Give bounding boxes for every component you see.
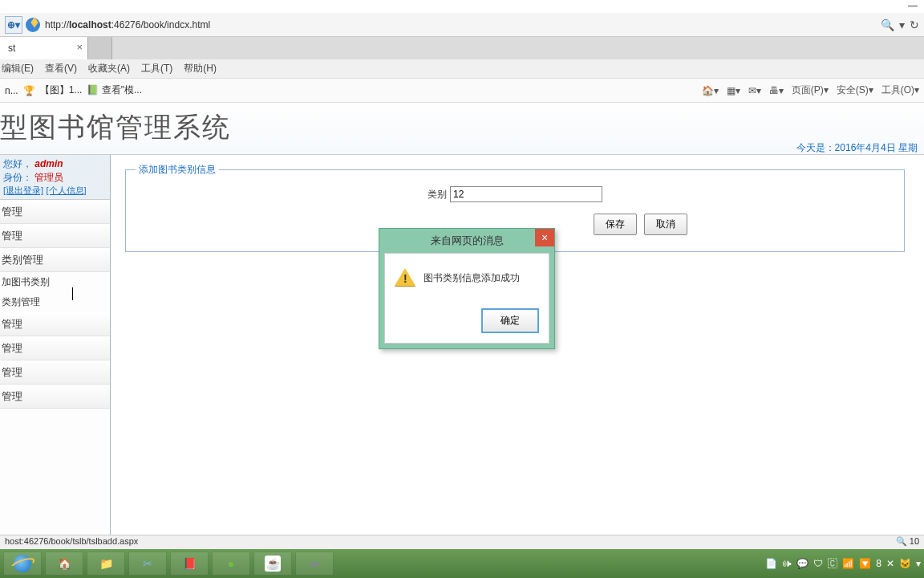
sidebar-item-2[interactable]: 管理 (0, 224, 110, 248)
greeting-label: 您好， (3, 158, 32, 169)
browser-tab[interactable]: st × (0, 37, 88, 59)
tools-menu[interactable]: 工具(O)▾ (881, 83, 919, 97)
menu-edit[interactable]: 编辑(E) (2, 62, 34, 75)
search-icon[interactable]: 🔍 (881, 18, 894, 31)
toolbar-item-4[interactable]: 📗 查看"模... (87, 83, 142, 97)
toolbar-item-1[interactable]: n... (5, 85, 18, 96)
tray-expand-icon[interactable]: ▾ (916, 558, 921, 569)
tray-icon-10[interactable]: 🐱 (899, 558, 911, 569)
status-url: host:46276/book/tslb/tslbadd.aspx (5, 536, 138, 548)
taskbar-app-4[interactable]: ✂ (128, 552, 167, 576)
command-bar: n... 🏆 【图】1... 📗 查看"模... 🏠▾ ▦▾ ✉▾ 🖶▾ 页面(… (0, 79, 924, 103)
system-title: 型图书馆管理系统 (0, 103, 924, 154)
separator-icon: ▾ (899, 18, 905, 31)
text-cursor-icon (72, 287, 73, 300)
sidebar: 您好， admin 身份： 管理员 [退出登录] [个人信息] 管理 管理 类别… (0, 155, 111, 545)
tray-icon-9[interactable]: ✕ (886, 558, 894, 569)
url-display[interactable]: http://localhost:46276/book/indcx.html (45, 19, 210, 31)
profile-link[interactable]: [个人信息] (46, 185, 86, 195)
taskbar-explorer[interactable]: 📁 (87, 552, 125, 576)
minimize-button[interactable]: — (908, 0, 918, 11)
welcome-box: 您好， admin 身份： 管理员 [退出登录] [个人信息] (0, 155, 110, 200)
ie-icon (14, 555, 31, 572)
identity-label: 身份： (3, 172, 32, 183)
dialog-message: 图书类别信息添加成功 (424, 271, 520, 285)
system-tray: 📄 🕪 💬 🛡 🇨 📶 🔽 8 ✕ 🐱 ▾ (765, 558, 921, 569)
identity-value: 管理员 (34, 172, 63, 183)
taskbar-app-5[interactable]: 📕 (170, 552, 209, 576)
category-input[interactable] (450, 186, 602, 202)
sidebar-item-4[interactable]: 管理 (0, 312, 110, 336)
category-label: 类别 (428, 188, 447, 201)
warning-icon: ! (395, 268, 415, 287)
save-button[interactable]: 保存 (594, 214, 637, 235)
page-viewport: 型图书馆管理系统 今天是：2016年4月4日 星期 您好， admin 身份： … (0, 103, 924, 538)
page-menu[interactable]: 页面(P)▾ (792, 83, 829, 97)
menu-bar: 编辑(E) 查看(V) 收藏夹(A) 工具(T) 帮助(H) (0, 59, 924, 79)
home-menu[interactable]: 🏠▾ (702, 85, 719, 96)
new-tab-button[interactable] (88, 37, 112, 59)
taskbar-app-8[interactable]: ∞ (295, 552, 334, 576)
print-menu[interactable]: 🖶▾ (769, 85, 784, 96)
message-dialog: 来自网页的消息 × ! 图书类别信息添加成功 确定 (379, 228, 555, 349)
add-tab-button[interactable]: ⊕▾ (5, 16, 22, 34)
current-user: admin (34, 158, 63, 169)
taskbar-app-2[interactable]: 🏠 (45, 552, 83, 576)
tray-icon-2[interactable]: 🕪 (782, 558, 792, 569)
menu-view[interactable]: 查看(V) (45, 62, 77, 75)
main-content: 添加图书类别信息 类别 保存 取消 来自网页的消息 × (111, 155, 924, 545)
tray-icon-8[interactable]: 8 (876, 558, 881, 569)
taskbar: 🏠 📁 ✂ 📕 ● ☕ ∞ 📄 🕪 💬 🛡 🇨 📶 🔽 8 ✕ 🐱 ▾ (0, 549, 924, 578)
date-display: 今天是：2016年4月4日 星期 (796, 141, 918, 155)
tray-icon-4[interactable]: 🛡 (813, 558, 823, 569)
address-bar: ⊕▾ http://localhost:46276/book/indcx.htm… (0, 13, 924, 37)
trophy-icon[interactable]: 🏆 (23, 85, 35, 96)
logout-link[interactable]: [退出登录] (3, 185, 43, 195)
menu-favorites[interactable]: 收藏夹(A) (88, 62, 130, 75)
tray-icon-3[interactable]: 💬 (796, 558, 808, 569)
dialog-ok-button[interactable]: 确定 (481, 308, 539, 333)
sidebar-item-7[interactable]: 管理 (0, 385, 110, 409)
tab-strip: st × (0, 37, 924, 59)
status-bar: host:46276/book/tslb/tslbadd.aspx 🔍 10 (0, 535, 924, 549)
sidebar-item-1[interactable]: 管理 (0, 200, 110, 224)
sidebar-item-5[interactable]: 管理 (0, 336, 110, 360)
feeds-menu[interactable]: ▦▾ (727, 85, 740, 96)
sidebar-item-category[interactable]: 类别管理 (0, 248, 110, 272)
sidebar-sub-add[interactable]: 加图书类别 (0, 272, 110, 292)
toolbar-item-3[interactable]: 【图】1... (40, 83, 83, 97)
tab-title: st (8, 43, 15, 54)
refresh-icon[interactable]: ↻ (910, 18, 919, 31)
tray-icon-7[interactable]: 🔽 (859, 558, 871, 569)
tray-network-icon[interactable]: 📶 (842, 558, 854, 569)
taskbar-app-7[interactable]: ☕ (253, 552, 292, 576)
form-legend: 添加图书类别信息 (136, 163, 219, 177)
sidebar-item-6[interactable]: 管理 (0, 360, 110, 385)
taskbar-app-6[interactable]: ● (212, 552, 250, 576)
mail-menu[interactable]: ✉▾ (748, 85, 761, 96)
dialog-title: 来自网页的消息 × (379, 229, 554, 253)
safety-menu[interactable]: 安全(S)▾ (837, 83, 873, 97)
tray-icon-1[interactable]: 📄 (765, 558, 777, 569)
status-zoom[interactable]: 🔍 10 (896, 536, 919, 548)
dialog-close-button[interactable]: × (535, 229, 554, 246)
cancel-button[interactable]: 取消 (644, 214, 687, 235)
sidebar-sub-manage[interactable]: 类别管理 (0, 292, 110, 312)
menu-tools[interactable]: 工具(T) (141, 62, 172, 75)
ie-globe-icon (26, 18, 40, 32)
window-controls: — (0, 0, 924, 13)
tab-close-icon[interactable]: × (76, 41, 83, 53)
menu-help[interactable]: 帮助(H) (184, 62, 217, 75)
taskbar-ie[interactable] (3, 552, 42, 576)
tray-icon-5[interactable]: 🇨 (828, 558, 837, 569)
